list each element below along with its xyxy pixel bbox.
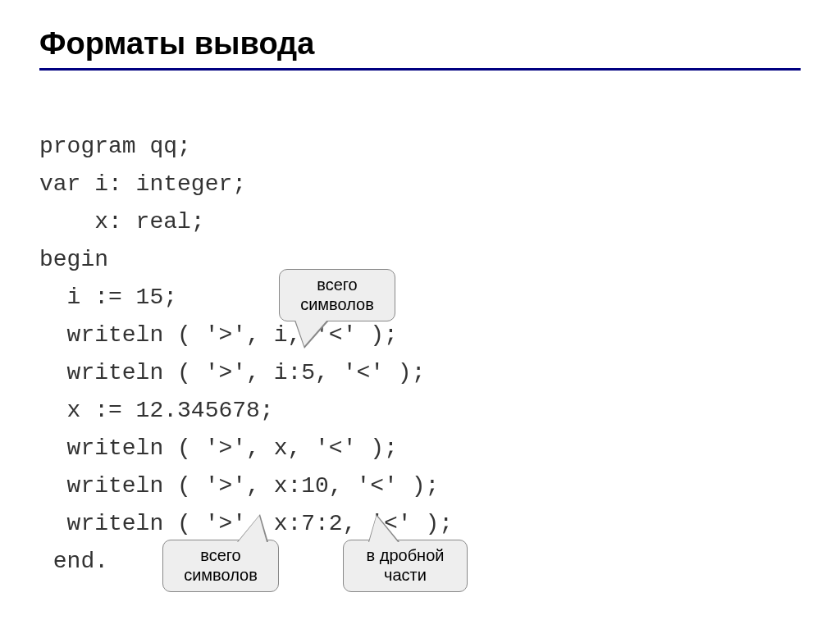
code-line: writeln ( '>', x:10, '<' ); [39,473,439,499]
callout-text: части [384,566,427,584]
code-line: x: real; [39,209,205,235]
code-line: writeln ( '>', i, '<' ); [39,322,398,348]
callout-text: всего [200,546,241,564]
callout-fraction-part: в дробной части [343,540,468,592]
code-line: x := 12.345678; [39,398,274,423]
callout-text: всего [317,276,358,294]
code-line: i := 15; [39,285,177,310]
callout-total-chars-top: всего символов [279,269,395,321]
callout-tail [238,516,267,542]
callout-tail [369,516,398,542]
code-line: var i: integer; [39,171,246,197]
callout-text: символов [300,295,374,313]
code-line: program qq; [39,134,191,159]
callout-text: символов [184,566,258,584]
code-line: begin [39,247,108,272]
callout-total-chars-bottom: всего символов [162,540,279,592]
callout-tail [295,320,327,346]
slide: Форматы вывода program qq; var i: intege… [0,0,840,618]
code-line: writeln ( '>', x, '<' ); [39,435,398,461]
slide-title: Форматы вывода [39,26,801,62]
callout-text: в дробной [367,546,445,564]
title-rule [39,68,801,71]
code-line: end. [39,549,108,574]
code-line: writeln ( '>', i:5, '<' ); [39,360,425,385]
